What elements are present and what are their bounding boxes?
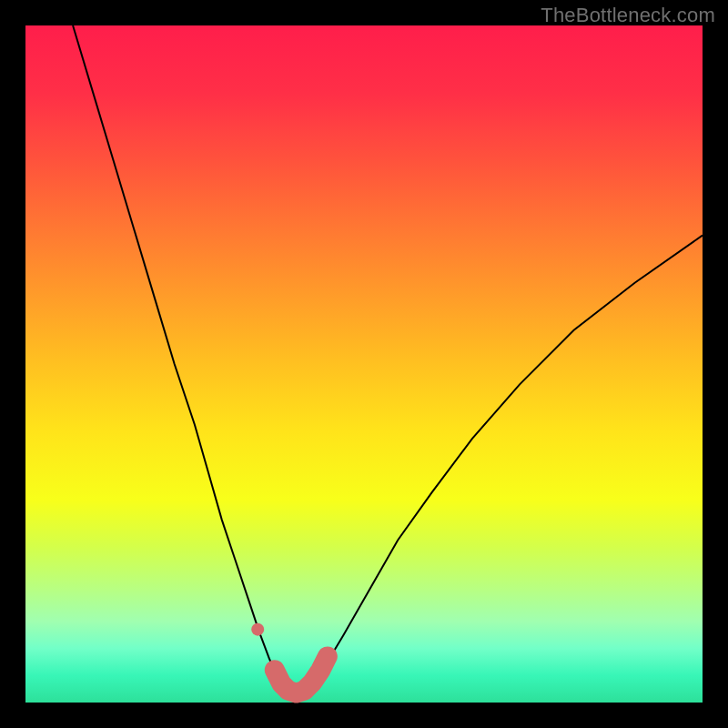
chart-plot-area	[25, 25, 703, 703]
watermark-label: TheBottleneck.com	[541, 4, 715, 27]
chart-frame: TheBottleneck.com	[0, 0, 728, 728]
data-point-left	[251, 623, 264, 636]
chart-svg	[25, 25, 703, 703]
highlight-segment	[275, 656, 328, 693]
curve-bottleneck-curve	[73, 25, 703, 699]
